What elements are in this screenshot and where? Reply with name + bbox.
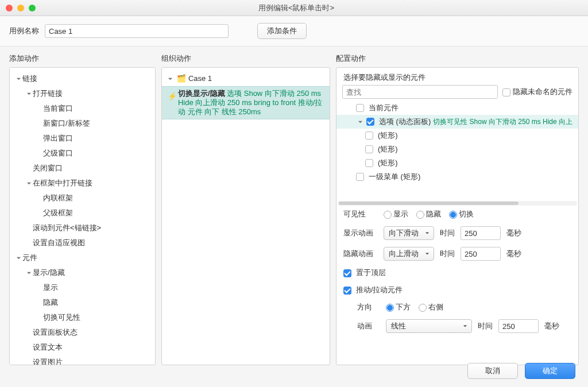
tree-item-label: 设置面板状态 — [33, 326, 78, 339]
element-checkbox[interactable] — [365, 145, 373, 153]
direction-option[interactable]: 右侧 — [419, 302, 443, 312]
add-action-item[interactable]: 显示 — [10, 280, 155, 295]
add-action-item[interactable]: 显示/隐藏 — [10, 265, 155, 280]
element-list-item[interactable]: 一级菜单 (矩形) — [336, 170, 578, 184]
cancel-button[interactable]: 取消 — [467, 363, 518, 379]
chevron-down-icon[interactable] — [14, 76, 22, 82]
window-title: 用例编辑<鼠标单击时> — [10, 3, 582, 13]
hide-time-input[interactable] — [461, 247, 501, 261]
push-pull-checkbox[interactable] — [343, 287, 351, 295]
add-condition-button[interactable]: 添加条件 — [257, 23, 307, 39]
case-tree-node[interactable]: 🗂️ Case 1 — [162, 71, 330, 86]
add-action-item[interactable]: 父级框架 — [10, 206, 155, 220]
radio-button[interactable] — [416, 211, 424, 219]
tree-item-label: 当前窗口 — [43, 102, 73, 115]
hide-time-unit: 毫秒 — [506, 249, 521, 259]
bolt-icon: ⚡ — [168, 90, 176, 103]
tree-item-label: 显示/隐藏 — [33, 266, 65, 279]
element-list-item[interactable]: (矩形) — [336, 129, 578, 142]
element-checkbox[interactable] — [366, 118, 374, 126]
add-action-item[interactable]: 设置文本 — [10, 340, 155, 355]
add-action-item[interactable]: 元件 — [10, 250, 155, 265]
element-list-item[interactable]: (矩形) — [336, 142, 578, 156]
ok-button[interactable]: 确定 — [525, 363, 575, 379]
add-action-item[interactable]: 父级窗口 — [10, 146, 155, 161]
hide-unnamed-label[interactable]: 隐藏未命名的元件 — [502, 87, 572, 97]
add-action-item[interactable]: 滚动到元件<锚链接> — [10, 220, 155, 235]
chevron-down-icon[interactable] — [25, 91, 33, 96]
bring-to-front-label[interactable]: 置于顶层 — [343, 268, 386, 278]
add-action-item[interactable]: 弹出窗口 — [10, 131, 155, 146]
horizontal-scrollbar[interactable] — [338, 201, 577, 206]
element-label: (矩形) — [378, 130, 398, 141]
add-action-item[interactable]: 当前窗口 — [10, 101, 155, 116]
element-checkbox[interactable] — [356, 104, 364, 112]
case-name-input[interactable] — [45, 24, 229, 38]
tree-item-label: 父级窗口 — [43, 147, 73, 160]
hide-unnamed-checkbox[interactable] — [502, 88, 510, 96]
show-time-input[interactable] — [461, 226, 501, 240]
radio-button[interactable] — [419, 304, 427, 312]
radio-button[interactable] — [449, 211, 457, 219]
tree-item-label: 设置自适应视图 — [33, 237, 85, 249]
add-action-item[interactable]: 切换可见性 — [10, 310, 155, 325]
chevron-down-icon[interactable] — [25, 270, 33, 276]
tree-item-label: 内联框架 — [43, 192, 73, 204]
show-anim-label: 显示动画 — [343, 228, 378, 238]
add-action-item[interactable]: 设置自适应视图 — [10, 235, 155, 250]
add-action-item[interactable]: 链接 — [10, 71, 155, 86]
add-action-item[interactable]: 新窗口/新标签 — [10, 116, 155, 131]
element-label: (矩形) — [378, 144, 398, 154]
organize-actions-header: 组织动作 — [161, 51, 330, 67]
tree-item-label: 弹出窗口 — [43, 132, 73, 145]
chevron-down-icon[interactable] — [14, 256, 22, 261]
tree-item-label: 在框架中打开链接 — [33, 177, 92, 189]
visibility-label: 可见性 — [343, 209, 378, 219]
anim-time-unit: 毫秒 — [544, 321, 559, 331]
tree-item-label: 隐藏 — [43, 296, 58, 309]
show-anim-select[interactable]: 向下滑动 — [384, 226, 434, 240]
element-checkbox[interactable] — [365, 131, 373, 140]
element-checkbox[interactable] — [356, 173, 364, 181]
tree-item-label: 元件 — [22, 251, 37, 264]
element-list-item[interactable]: 选项 (动态面板) 切换可见性 Show 向下滑动 250 ms Hide 向上 — [336, 115, 578, 129]
add-action-item[interactable]: 内联框架 — [10, 191, 155, 206]
add-action-item[interactable]: 隐藏 — [10, 295, 155, 310]
anim-time-input[interactable] — [498, 319, 539, 333]
radio-button[interactable] — [386, 304, 394, 312]
search-input[interactable] — [342, 85, 498, 99]
add-action-item[interactable]: 关闭窗口 — [10, 161, 155, 176]
radio-button[interactable] — [384, 211, 392, 219]
element-list-item[interactable]: (矩形) — [336, 156, 578, 170]
visibility-option[interactable]: 切换 — [449, 209, 474, 219]
action-title: 切换显示/隐藏 — [178, 89, 225, 98]
push-pull-label[interactable]: 推动/拉动元件 — [343, 285, 403, 295]
anim-select[interactable]: 线性 — [386, 319, 472, 333]
add-action-item[interactable]: 设置面板状态 — [10, 325, 155, 340]
direction-option[interactable]: 下方 — [386, 302, 411, 312]
element-label: 选项 (动态面板) — [379, 117, 431, 127]
action-item[interactable]: ⚡ 切换显示/隐藏 选项 Show 向下滑动 250 ms Hide 向上滑动 … — [162, 86, 330, 119]
bring-to-front-checkbox[interactable] — [343, 269, 351, 277]
tree-item-label: 设置图片 — [33, 356, 63, 365]
tree-item-label: 关闭窗口 — [33, 162, 63, 175]
visibility-option[interactable]: 隐藏 — [416, 209, 441, 219]
tree-item-label: 父级框架 — [43, 207, 73, 219]
add-action-item[interactable]: 设置图片 — [10, 355, 155, 365]
element-list-item[interactable]: 当前元件 — [336, 101, 578, 115]
titlebar: 用例编辑<鼠标单击时> — [0, 0, 588, 16]
hide-anim-label: 隐藏动画 — [343, 249, 378, 259]
add-action-item[interactable]: 在框架中打开链接 — [10, 176, 155, 191]
tree-item-label: 打开链接 — [33, 87, 63, 100]
chevron-down-icon[interactable] — [167, 76, 175, 82]
hide-anim-select[interactable]: 向上滑动 — [384, 247, 434, 261]
tree-item-label: 设置文本 — [33, 341, 63, 354]
chevron-down-icon[interactable] — [25, 181, 33, 186]
show-time-label: 时间 — [440, 228, 455, 238]
element-checkbox[interactable] — [365, 159, 373, 167]
visibility-option[interactable]: 显示 — [384, 209, 408, 219]
add-action-item[interactable]: 打开链接 — [10, 86, 155, 101]
chevron-down-icon — [461, 324, 469, 328]
element-label: 当前元件 — [369, 103, 399, 113]
chevron-down-icon[interactable] — [356, 119, 364, 125]
